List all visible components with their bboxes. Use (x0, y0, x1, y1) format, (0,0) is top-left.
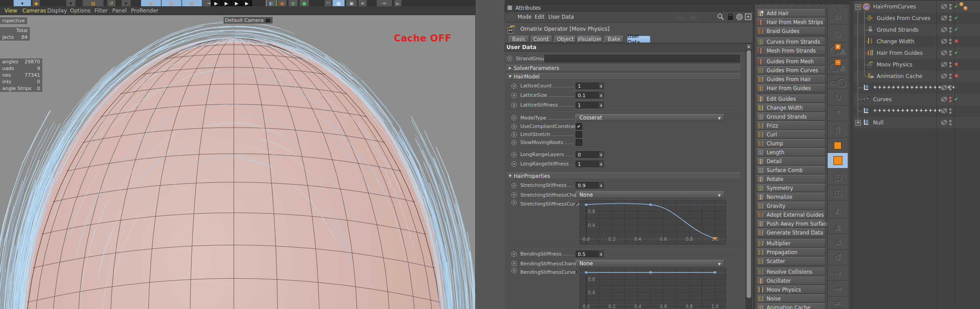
tree-row-plusplusplusplusplusplusplusplusplusplusplusplusplusplusplusplusplusplus[interactable]: 0++++++++++++++++++ (853, 82, 980, 94)
enabled-check-icon[interactable]: ✔ (954, 4, 958, 9)
camera-dropdown-button[interactable]: ▾ (13, 0, 31, 6)
toolcol-drag-handle[interactable] (827, 4, 847, 8)
collapse-icon[interactable]: − (855, 4, 861, 10)
shelf-hair-from-mesh-strips[interactable]: Hair From Mesh Strips (756, 18, 825, 26)
orange-swatch-selected-icon[interactable] (828, 153, 848, 169)
shelf-gravity[interactable]: Gravity (756, 202, 825, 210)
shelf-rotate[interactable]: Rotate (756, 175, 825, 183)
camera-label[interactable]: Default Camera (224, 17, 273, 24)
rotate-cycle-tool-icon[interactable]: ↻ (828, 89, 848, 106)
shelf-animation-cache[interactable]: Animation Cache (756, 303, 825, 309)
shelf-scatter[interactable]: Scatter (756, 257, 825, 265)
orange-swatch-icon[interactable] (828, 138, 848, 153)
param-dropdown[interactable]: None▼ (576, 260, 724, 267)
tool-chevron-a[interactable]: ▾ (66, 0, 76, 6)
shelf-add-hair[interactable]: Add Hair (756, 9, 825, 17)
stepper-icon[interactable]: ▲▼ (598, 83, 604, 89)
branch-up-tool-icon[interactable]: ⇡ (828, 106, 848, 121)
add-geometry-tool-icon[interactable]: ◯▲+ (828, 42, 848, 58)
cylinder-tool-icon[interactable]: ◫ (828, 185, 848, 201)
param-bullet-icon[interactable] (511, 192, 517, 198)
param-checkbox[interactable] (576, 131, 582, 138)
shelf-detail[interactable]: Detail (756, 157, 825, 165)
param-bullet-icon[interactable] (511, 93, 517, 98)
layer-swatch-icon[interactable] (941, 62, 947, 67)
add-panel-icon[interactable] (745, 13, 751, 20)
angle-tool-icon[interactable]: ⊿ (828, 234, 848, 250)
shelf-guides-from-hair[interactable]: Guides From Hair (756, 75, 825, 83)
tree-row-ground-strands[interactable]: Ground Strands✔ (853, 24, 980, 36)
viewport-menu-prorender[interactable]: ProRender (131, 8, 159, 14)
play-next-button[interactable]: ▶ (241, 0, 252, 6)
tab-basic[interactable]: Basic (509, 36, 529, 43)
tree-row-plusplusplusplusplusplusplusplusplusplusplusplusplusplusplus[interactable]: 0+++++++++++++++ (853, 105, 980, 117)
param-hairmodel[interactable]: ▼HairModel (506, 73, 740, 80)
shelf-drag-handle[interactable] (755, 4, 825, 8)
cube-primitive-tool[interactable]: ◧ (266, 0, 277, 6)
torus-tool-b[interactable]: ◎ (161, 0, 182, 6)
tree-row-curves[interactable]: Curves✔ (853, 94, 980, 105)
tab-coord[interactable]: Coord. (531, 36, 552, 43)
tab-visualizer[interactable]: Visualizer (578, 36, 601, 43)
clone-tool[interactable]: ▣ (346, 0, 357, 6)
strand-group-input[interactable] (544, 55, 740, 62)
curve-editor[interactable]: 0.80.40.00.20.40.60.81.0 (579, 200, 726, 245)
visibility-dots[interactable] (949, 3, 951, 10)
split-sphere-tool-icon[interactable]: ⊖ (828, 8, 848, 25)
shelf-multiplier[interactable]: Multiplier (756, 239, 825, 247)
cursor-tool[interactable]: ▻ (394, 0, 402, 6)
shelf-generate-strand-data[interactable]: Generate Strand Data (756, 228, 825, 237)
curve-expand-icon[interactable]: ▶ (576, 270, 578, 274)
shelf-guides-from-mesh[interactable]: Guides From Mesh (756, 57, 825, 66)
attributes-scrollbar[interactable]: ▲ (746, 43, 752, 309)
tab-object[interactable]: Object (555, 36, 576, 43)
stepper-icon[interactable]: ▲▼ (598, 92, 604, 98)
menu-edit[interactable]: Edit (535, 14, 544, 20)
param-bullet-icon[interactable] (511, 152, 517, 157)
viewport-menu-cameras[interactable]: Cameras (22, 8, 46, 14)
visibility-dots[interactable] (949, 26, 951, 33)
magnify-sphere-tool-icon[interactable]: ◎ (828, 25, 848, 42)
viewport-menu-display[interactable]: Display (47, 8, 67, 14)
stepper-icon[interactable]: ▲▼ (598, 251, 604, 257)
palette-fragment[interactable]: ▤ (82, 0, 104, 6)
param-bullet-icon[interactable] (511, 183, 517, 188)
param-bullet-icon[interactable] (511, 132, 517, 137)
scrollbar-thumb[interactable] (747, 50, 751, 298)
shelf-adopt-external-guides[interactable]: Adopt External Guides (756, 210, 825, 219)
visibility-dots[interactable] (949, 96, 951, 103)
param-value-field[interactable]: 0▲▼ (576, 151, 604, 158)
plane-sphere-tool-icon[interactable]: ▭◯ (828, 75, 848, 89)
layer-swatch-icon[interactable] (941, 4, 947, 9)
tree-row-hairfromcurves[interactable]: −HairFromCurves✔ (853, 1, 980, 12)
recycle-tool-icon[interactable]: ↺ (828, 250, 848, 265)
param-checkbox[interactable]: ✔ (576, 123, 582, 130)
curve-expand-icon[interactable]: ▶ (576, 202, 578, 206)
visibility-dots[interactable] (949, 119, 951, 126)
param-bullet-icon[interactable] (511, 268, 517, 273)
tree-row-animation-cache[interactable]: Animation Cache✖ (853, 70, 980, 82)
layer-swatch-icon[interactable] (941, 50, 947, 55)
layer-swatch-icon[interactable] (941, 39, 947, 44)
small-sphere-tool[interactable]: ◠ (324, 0, 332, 6)
shelf-frizz[interactable]: Frizz (756, 121, 825, 130)
tab-bake[interactable]: Bake (604, 36, 624, 43)
material-tag-icon[interactable] (960, 2, 964, 6)
param-bullet-icon[interactable] (511, 261, 517, 266)
visibility-dots[interactable] (949, 49, 951, 57)
visibility-dots[interactable] (949, 61, 951, 68)
attributes-title-bar[interactable]: Attributes (504, 4, 753, 12)
param-bullet-icon[interactable] (511, 83, 517, 89)
axis-diamond-tool[interactable]: ◆ (32, 0, 40, 6)
visibility-dots[interactable] (949, 73, 951, 80)
shelf-normalize[interactable]: Normalize (756, 193, 825, 201)
layer-swatch-icon[interactable] (941, 85, 947, 90)
stepper-icon[interactable]: ▲▼ (598, 161, 604, 167)
tree-row-null[interactable]: +0Null (853, 117, 980, 128)
param-value-field[interactable]: 0.5▲▼ (576, 251, 604, 257)
shelf-ground-strands[interactable]: Ground Strands (756, 112, 825, 121)
disabled-cross-icon[interactable]: ✖ (954, 62, 958, 67)
expand-icon[interactable]: + (855, 120, 861, 126)
shelf-propagation[interactable]: Propagation (756, 248, 825, 256)
param-dropdown[interactable]: None▼ (576, 191, 724, 198)
